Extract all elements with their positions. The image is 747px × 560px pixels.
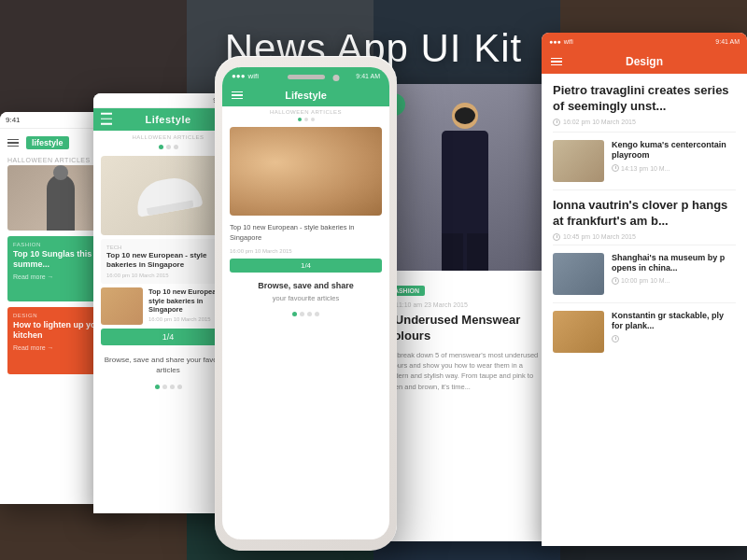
s5-row-article-3[interactable]: Konstantin gr stackable, ply for plank..… — [542, 303, 747, 360]
s5-row-2-title: Shanghai's na museum by p opens in china… — [612, 253, 736, 274]
s4-article-title: 5 Underused Menswear Colours — [385, 313, 544, 344]
s2-bottom-dot-1[interactable] — [155, 385, 160, 389]
s5-clock-icon-5 — [612, 335, 619, 343]
s5-main2-article-time: 10:45 pm 10 March 2015 — [553, 233, 736, 241]
s5-clock-icon-4 — [612, 277, 619, 285]
s2-article-title: Top 10 new European - style bakeries in … — [106, 251, 230, 271]
s5-row-3-title: Konstantin gr stackable, ply for plank..… — [612, 311, 736, 332]
s2-bottom-dot-4[interactable] — [177, 385, 182, 389]
phone-dot-3[interactable] — [311, 118, 315, 121]
s2-page-text: 1/4 — [162, 332, 175, 342]
s5-clock-icon-2 — [612, 164, 619, 172]
s1-time: 9:41 — [6, 116, 21, 124]
phone-dot-1[interactable] — [298, 118, 302, 121]
s5-wifi-icon: wifi — [564, 38, 573, 45]
wifi-icon: wifi — [248, 72, 260, 80]
phone-category-title: Lifestyle — [285, 90, 327, 101]
phone-header: Lifestyle — [222, 84, 389, 106]
s1-hamburger-icon[interactable] — [7, 139, 19, 147]
phone-save-section: Browse, save and share your favourite ar… — [222, 275, 389, 308]
s4-header-image: ‹ — [374, 84, 556, 271]
phone-section-label: HALLOWEEN ARTICLES — [222, 106, 389, 116]
phone-article-time: 16:00 pm 10 March 2015 — [222, 246, 389, 256]
s5-hamburger-icon[interactable] — [551, 58, 562, 66]
man-legs — [442, 233, 488, 271]
shoe-image — [133, 174, 203, 217]
s5-row-2-image — [553, 253, 604, 295]
man-right-leg — [467, 233, 488, 271]
phone-main-image — [230, 127, 382, 216]
s2-dot-3[interactable] — [174, 145, 178, 149]
phone-save-title: Browse, save and share — [232, 281, 380, 292]
s5-row-1-title: Kengo kuma's centercontain playroom — [612, 140, 736, 161]
phone-outer-shell: ●●● wifi 9:41 AM Lifestyle HALLOWEEN ART… — [215, 56, 397, 551]
phone-bottom-dots — [222, 308, 389, 320]
s5-signal-icon: ●●● — [549, 38, 561, 45]
s2-bottom-dot-2[interactable] — [162, 385, 167, 389]
s5-row-article-1[interactable]: Kengo kuma's centercontain playroom 14:1… — [542, 133, 747, 189]
person-silhouette — [47, 175, 75, 231]
s2-category-title: Lifestyle — [145, 114, 190, 125]
s5-row-2-text: Shanghai's na museum by p opens in china… — [612, 253, 736, 285]
screens-container: 9:41 lifestyle HALLOWEEN ARTICLES FASHIO… — [0, 84, 747, 560]
man-head — [452, 103, 478, 129]
s5-row-1-text: Kengo kuma's centercontain playroom 14:1… — [612, 140, 736, 172]
s5-row-article-2[interactable]: Shanghai's na museum by p opens in china… — [542, 245, 747, 302]
s5-row-3-time — [612, 335, 736, 343]
s5-clock-icon-1 — [553, 119, 560, 126]
phone-page-text: 1/4 — [301, 261, 311, 270]
screen-4: ‹ FASHION 11:10 am 23 March 2015 5 Under… — [374, 84, 556, 541]
phone-article-title: Top 10 new European - style bakeries in … — [230, 223, 354, 242]
phone-frame: ●●● wifi 9:41 AM Lifestyle HALLOWEEN ART… — [215, 56, 397, 551]
s5-row-3-image — [553, 311, 604, 353]
s5-header: Design — [542, 49, 747, 74]
s2-article-time: 16:00 pm 10 March 2015 — [106, 273, 230, 278]
s2-bottom-dot-3[interactable] — [170, 385, 175, 389]
s5-time: 9:41 AM — [715, 38, 740, 45]
s5-clock-icon-3 — [553, 233, 560, 241]
bakery-bg — [230, 127, 382, 216]
s2-dot-1[interactable] — [159, 145, 163, 149]
s5-row-2-time: 10:00 pm 10 M... — [612, 277, 736, 285]
phone-screen: ●●● wifi 9:41 AM Lifestyle HALLOWEEN ART… — [222, 67, 389, 539]
s4-article-body: We break down 5 of menswear's most under… — [385, 350, 544, 392]
phone-dot-2[interactable] — [304, 118, 308, 121]
man-left-leg — [442, 233, 463, 271]
signal-icon: ●●● — [232, 72, 246, 80]
s5-signal-icons: ●●● wifi — [549, 38, 573, 45]
phone-hamburger-icon[interactable] — [232, 91, 243, 100]
s5-category-title: Design — [626, 55, 663, 68]
s1-category-badge: lifestyle — [26, 136, 69, 149]
s2-hamburger-icon[interactable] — [101, 113, 112, 127]
phone-time: 9:41 AM — [356, 73, 380, 79]
s5-main-time-text: 16:02 pm 10 March 2015 — [563, 119, 636, 125]
phone-article-text: Top 10 new European - style bakeries in … — [222, 219, 389, 246]
s2-dot-2[interactable] — [166, 145, 171, 149]
s5-row-1-time: 14:13 pm 10 M... — [612, 164, 736, 172]
s5-main-article-time: 16:02 pm 10 March 2015 — [553, 119, 736, 126]
s5-row-1-time-text: 14:13 pm 10 M... — [621, 165, 670, 172]
s5-main-article-2[interactable]: Ionna vautrin's clover p hangs at frankf… — [542, 190, 747, 245]
phone-signal-icons: ●●● wifi — [232, 72, 259, 80]
s4-article-time: 11:10 am 23 March 2015 — [385, 301, 544, 308]
s5-main-article-title: Pietro travaglini creates series of seem… — [553, 83, 736, 115]
phone-pagination: 1/4 — [230, 259, 382, 273]
phone-carousel-dots — [222, 116, 389, 123]
phone-bottom-dot-1[interactable] — [292, 312, 297, 316]
phone-bottom-dot-4[interactable] — [315, 312, 319, 316]
s5-status-bar: ●●● wifi 9:41 AM — [542, 33, 747, 49]
s4-content: FASHION 11:10 am 23 March 2015 5 Underus… — [374, 271, 556, 401]
phone-bottom-dot-2[interactable] — [300, 312, 304, 316]
s4-time-text: 11:10 am 23 March 2015 — [395, 301, 468, 308]
man-figure — [428, 103, 502, 271]
s5-row-1-image — [553, 140, 604, 182]
s5-main-article[interactable]: Pietro travaglini creates series of seem… — [542, 74, 747, 132]
s5-main2-article-title: Ionna vautrin's clover p hangs at frankf… — [553, 198, 736, 230]
s5-row-3-text: Konstantin gr stackable, ply for plank..… — [612, 311, 736, 343]
phone-save-subtitle: your favourite articles — [232, 294, 380, 302]
s2-article-cat: TECH — [106, 245, 230, 250]
s5-row-2-time-text: 10:00 pm 10 M... — [621, 277, 670, 284]
man-body — [442, 131, 488, 233]
phone-bottom-dot-3[interactable] — [307, 312, 312, 316]
phone-status-bar: ●●● wifi 9:41 AM — [222, 67, 389, 84]
